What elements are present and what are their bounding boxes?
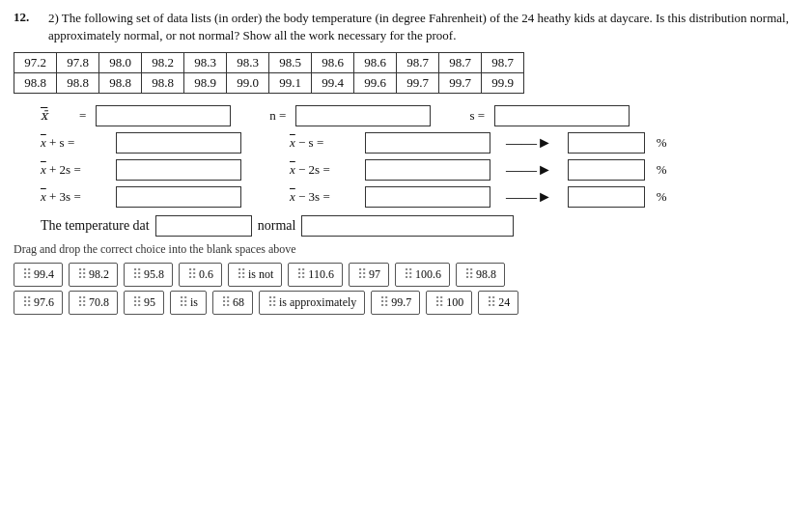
chip-label: 95.8 (144, 267, 164, 282)
drag-handle-icon: ⠿ (296, 266, 304, 283)
xbar-plus-s-row: x + s = (41, 132, 241, 154)
drag-chip[interactable]: ⠿97.6 (14, 291, 63, 315)
drag-handle-icon: ⠿ (22, 294, 30, 311)
xbar-plus-3s-row: x + 3s = (41, 186, 241, 208)
table-cell: 97.2 (14, 53, 57, 73)
table-cell: 99.9 (482, 73, 524, 94)
question-number: 12. (14, 10, 41, 44)
table-cell: 99.4 (312, 73, 354, 94)
drag-chip[interactable]: ⠿110.6 (288, 263, 343, 287)
table-cell: 98.7 (439, 53, 482, 73)
table-cell: 98.7 (397, 53, 439, 73)
xbar-minus-s-input[interactable] (365, 132, 490, 154)
drag-chip[interactable]: ⠿68 (212, 291, 253, 315)
drag-chip[interactable]: ⠿99.4 (14, 263, 63, 287)
arrow1: ——► (506, 134, 552, 152)
table-cell: 98.7 (482, 53, 524, 73)
chip-label: 100 (446, 295, 463, 310)
chip-label: 110.6 (308, 267, 334, 282)
s2-result-input[interactable] (568, 159, 645, 181)
xbar-minus-s-row: x − s = (290, 132, 490, 154)
chips-row1: ⠿99.4⠿98.2⠿95.8⠿0.6⠿is not⠿110.6⠿97⠿100.… (14, 263, 798, 287)
arrow3: ——► (506, 188, 552, 206)
n-label: n = (269, 108, 286, 124)
xbar-plus-2s-input[interactable] (116, 159, 241, 181)
table-cell: 98.8 (99, 73, 142, 94)
table-cell: 98.6 (354, 53, 397, 73)
drag-label: Drag and drop the correct choice into th… (14, 242, 798, 257)
chip-label: is not (248, 267, 273, 282)
drag-chip[interactable]: ⠿100 (426, 291, 472, 315)
xbar-minus-2s-input[interactable] (365, 159, 490, 181)
chip-label: 98.2 (89, 267, 109, 282)
drag-chip[interactable]: ⠿98.2 (69, 263, 118, 287)
chip-label: 24 (498, 295, 510, 310)
chips-row2: ⠿97.6⠿70.8⠿95⠿is⠿68⠿is approximately⠿99.… (14, 291, 798, 315)
xbar-plus-3s-input[interactable] (116, 186, 241, 208)
drag-handle-icon: ⠿ (132, 266, 140, 283)
table-cell: 98.8 (57, 73, 99, 94)
table-cell: 98.8 (142, 73, 184, 94)
table-cell: 99.7 (397, 73, 439, 94)
temp-blank2[interactable] (301, 215, 514, 237)
drag-chip[interactable]: ⠿100.6 (395, 263, 450, 287)
xbar-plus-s-input[interactable] (116, 132, 241, 154)
chip-label: 98.8 (476, 267, 496, 282)
table-cell: 98.3 (227, 53, 269, 73)
table-cell: 98.6 (312, 53, 354, 73)
temp-blank1[interactable] (155, 215, 252, 237)
drag-handle-icon: ⠿ (221, 294, 229, 311)
chip-label: 100.6 (415, 267, 441, 282)
table-cell: 98.5 (269, 53, 312, 73)
drag-chip[interactable]: ⠿is approximately (259, 291, 365, 315)
chip-label: 97 (369, 267, 380, 282)
pct1: % (657, 135, 667, 151)
drag-handle-icon: ⠿ (179, 294, 186, 311)
top-calc-row: x̄ = n = s = (41, 105, 798, 126)
drag-chip[interactable]: ⠿is not (228, 263, 282, 287)
s-input[interactable] (494, 105, 630, 126)
drag-chip[interactable]: ⠿99.7 (371, 291, 420, 315)
chip-label: 95 (144, 295, 155, 310)
pct2: % (657, 162, 667, 178)
drag-chip[interactable]: ⠿is (170, 291, 207, 315)
drag-handle-icon: ⠿ (404, 266, 411, 283)
drag-chip[interactable]: ⠿0.6 (179, 263, 222, 287)
xbar-plus-2s-row: x + 2s = (41, 159, 241, 181)
xbar-input[interactable] (96, 105, 231, 126)
s1-result-input[interactable] (568, 132, 645, 154)
table-cell: 99.0 (227, 73, 269, 94)
temp-sentence-row: The temperature dat normal (41, 215, 798, 237)
table-cell: 99.1 (269, 73, 312, 94)
xbar-minus-3s-input[interactable] (365, 186, 490, 208)
table-cell: 98.2 (142, 53, 184, 73)
table-cell: 99.6 (354, 73, 397, 94)
xbar-minus-3s-row: x − 3s = (290, 186, 490, 208)
drag-chip[interactable]: ⠿98.8 (456, 263, 505, 287)
drag-chip[interactable]: ⠿24 (478, 291, 518, 315)
xbar-minus-2s-row: x − 2s = (290, 159, 490, 181)
drag-handle-icon: ⠿ (132, 294, 140, 311)
temp-prefix: The temperature dat (41, 218, 150, 234)
pct3: % (657, 189, 667, 205)
chip-label: 97.6 (34, 295, 54, 310)
drag-chip[interactable]: ⠿95.8 (124, 263, 173, 287)
s3-result-input[interactable] (568, 186, 645, 208)
chip-label: 68 (233, 295, 244, 310)
drag-handle-icon: ⠿ (77, 266, 85, 283)
drag-handle-icon: ⠿ (77, 294, 85, 311)
xbar-label: x̄ (41, 108, 70, 124)
drag-handle-icon: ⠿ (357, 266, 365, 283)
table-cell: 98.0 (99, 53, 142, 73)
drag-chip[interactable]: ⠿95 (124, 291, 164, 315)
drag-handle-icon: ⠿ (464, 266, 472, 283)
drag-chip[interactable]: ⠿97 (349, 263, 389, 287)
drag-chip[interactable]: ⠿70.8 (69, 291, 118, 315)
drag-handle-icon: ⠿ (267, 294, 275, 311)
table-cell: 98.3 (184, 53, 227, 73)
chip-label: 99.7 (391, 295, 411, 310)
drag-handle-icon: ⠿ (487, 294, 494, 311)
equals1: = (79, 108, 86, 124)
drag-handle-icon: ⠿ (22, 266, 30, 283)
n-input[interactable] (295, 105, 431, 126)
